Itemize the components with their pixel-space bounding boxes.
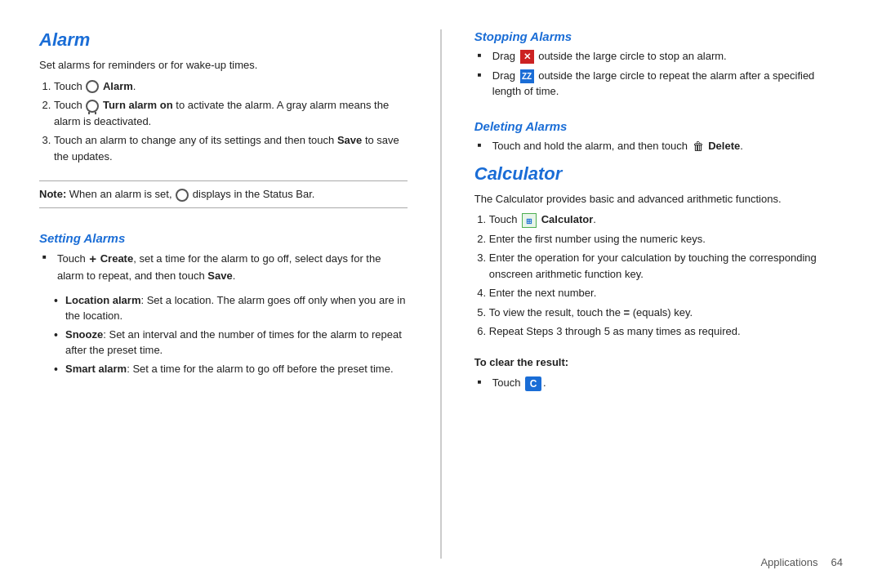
sub-bullet-snooze: Snooze: Set an interval and the number o… (54, 327, 408, 359)
calc-step-2: Enter the first number using the numeric… (489, 231, 843, 247)
calc-step-1: Touch ⊞ Calculator. (489, 212, 843, 228)
deleting-bullets: Touch and hold the alarm, and then touch… (478, 138, 843, 158)
page: Alarm Set alarms for reminders or for wa… (0, 0, 882, 588)
note-alarm-icon (176, 189, 189, 202)
right-column: Stopping Alarms Drag ✕ outside the large… (474, 29, 843, 559)
trash-icon: 🗑 (693, 138, 704, 155)
delete-label: Delete (708, 140, 740, 152)
calc-label: Calculator (541, 213, 594, 225)
stopping-bullets: Drag ✕ outside the large circle to stop … (478, 48, 843, 103)
plus-icon: + (89, 250, 96, 269)
alarm-step-3: Touch an alarm to change any of its sett… (54, 132, 408, 164)
snooze-label: Snooze (65, 328, 103, 341)
calc-step-6: Repeat Steps 3 through 5 as many times a… (489, 323, 843, 340)
setting-bullets: Touch + Create, set a time for the alarm… (42, 250, 408, 287)
calc-step-5: To view the result, touch the = (equals)… (489, 305, 843, 321)
turnon-icon (86, 100, 99, 113)
turnon-label: Turn alarm on (103, 99, 173, 111)
deleting-bullet-1: Touch and hold the alarm, and then touch… (478, 138, 843, 155)
create-label: Create (100, 252, 133, 264)
alarm-steps: Touch Alarm. Touch Turn alarm on to acti… (54, 78, 408, 168)
footer-page: 64 (831, 556, 843, 568)
setting-bullet-1: Touch + Create, set a time for the alarm… (42, 250, 408, 284)
deleting-title: Deleting Alarms (474, 119, 843, 133)
alarm-intro: Set alarms for reminders or for wake-up … (39, 57, 408, 74)
stopping-bullet-2: Drag ZZ outside the large circle to repe… (478, 68, 843, 100)
zz-icon: ZZ (520, 69, 534, 83)
stopping-title: Stopping Alarms (474, 29, 843, 43)
clear-result-bullets: Touch C. (478, 375, 843, 394)
note-label: Note: (39, 188, 66, 200)
calc-step-3: Enter the operation for your calculation… (489, 250, 843, 282)
note-text2: displays in the Status Bar. (193, 188, 315, 200)
c-icon: C (525, 376, 541, 391)
calculator-steps: Touch ⊞ Calculator. Enter the first numb… (489, 212, 843, 343)
footer-label: Applications (760, 556, 817, 568)
alarm-step-2: Touch Turn alarm on to activate the alar… (54, 97, 408, 129)
column-divider (440, 29, 442, 559)
sub-bullet-location: Location alarm: Set a location. The alar… (54, 292, 408, 324)
sub-bullets: Location alarm: Set a location. The alar… (54, 292, 408, 380)
note-box: Note: When an alarm is set, displays in … (39, 180, 408, 208)
save-label2: Save (207, 270, 232, 282)
note-text: When an alarm is set, (69, 188, 175, 200)
clear-result-label: To clear the result: (474, 354, 843, 371)
alarm-step-1: Touch Alarm. (54, 78, 408, 95)
alarm-title: Alarm (39, 29, 408, 51)
clear-result-bullet: Touch C. (478, 375, 843, 391)
calculator-title: Calculator (474, 163, 843, 185)
red-x-icon: ✕ (520, 50, 534, 64)
calc-icon: ⊞ (522, 213, 537, 228)
stopping-bullet-1: Drag ✕ outside the large circle to stop … (478, 48, 843, 65)
equals-label: = (624, 306, 630, 318)
left-column: Alarm Set alarms for reminders or for wa… (39, 29, 408, 559)
calculator-intro: The Calculator provides basic and advanc… (474, 191, 843, 207)
location-label: Location alarm (65, 294, 140, 306)
footer: Applications 64 (760, 556, 843, 568)
setting-alarms-title: Setting Alarms (39, 231, 408, 245)
save-label: Save (337, 134, 362, 146)
sub-bullet-smart: Smart alarm: Set a time for the alarm to… (54, 361, 408, 377)
smart-label: Smart alarm (65, 363, 127, 375)
alarm-icon (86, 80, 99, 93)
alarm-bold: Alarm (103, 80, 133, 92)
calc-step-4: Enter the next number. (489, 285, 843, 301)
